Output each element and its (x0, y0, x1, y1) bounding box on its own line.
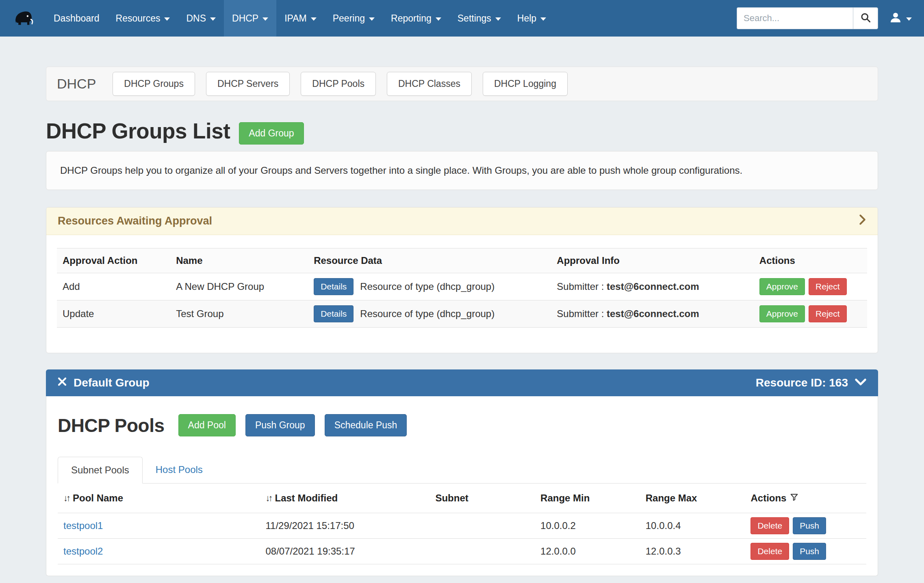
approve-button[interactable]: Approve (759, 278, 805, 295)
dhcp-groups-button[interactable]: DHCP Groups (113, 72, 195, 96)
subnet-cell (429, 539, 535, 564)
nav-label: Reporting (391, 13, 432, 24)
submitter-label: Submitter : (557, 308, 604, 319)
table-row: testpool1 11/29/2021 15:17:50 10.0.0.2 1… (58, 513, 866, 539)
chevron-down-icon[interactable] (855, 376, 867, 389)
search-button[interactable] (853, 7, 878, 29)
subnet-cell (429, 513, 535, 539)
approval-panel-header[interactable]: Resources Awaiting Approval (46, 207, 878, 235)
schedule-push-button[interactable]: Schedule Push (325, 414, 407, 436)
pool-actions-cell: Delete Push (745, 513, 866, 539)
pools-header-row: ↓↑ Pool Name ↓↑ Last Modified Subnet Ran… (58, 484, 866, 513)
resource-data-cell: Details Resource of type (dhcp_group) (308, 300, 551, 328)
main-nav: Dashboard Resources DNS DHCP IPAM Peerin… (46, 0, 554, 37)
page-title: DHCP Groups List (46, 119, 230, 143)
table-row: Add A New DHCP Group Details Resource of… (57, 273, 867, 300)
add-group-button[interactable]: Add Group (239, 122, 304, 145)
approval-panel-body: Approval Action Name Resource Data Appro… (46, 235, 878, 353)
default-group-panel: Default Group Resource ID: 163 DHCP Pool… (46, 369, 878, 576)
submitter-email: test@6connect.com (607, 281, 699, 292)
nav-item-dashboard[interactable]: Dashboard (46, 0, 108, 37)
last-modified-cell: 08/07/2021 19:35:17 (260, 539, 430, 564)
resource-data-text: Resource of type (dhcp_group) (360, 281, 495, 292)
nav-item-dns[interactable]: DNS (178, 0, 224, 37)
pool-actions-cell: Delete Push (745, 539, 866, 564)
add-pool-button[interactable]: Add Pool (178, 414, 236, 436)
main-content: DHCP DHCP Groups DHCP Servers DHCP Pools… (46, 67, 878, 576)
tab-subnet-pools[interactable]: Subnet Pools (58, 457, 143, 484)
sort-icon[interactable]: ↓↑ (266, 493, 271, 503)
pools-heading: DHCP Pools (58, 415, 165, 436)
range-min-cell: 10.0.0.2 (535, 513, 640, 539)
col-range-min: Range Min (535, 484, 640, 513)
dhcp-pools-button[interactable]: DHCP Pools (301, 72, 376, 96)
chevron-right-icon[interactable] (858, 214, 866, 228)
group-title: Default Group (74, 376, 150, 389)
resource-id-label: Resource ID: 163 (756, 376, 848, 389)
nav-item-peering[interactable]: Peering (325, 0, 383, 37)
resource-data-cell: Details Resource of type (dhcp_group) (308, 273, 551, 300)
approval-action-cell: Add (57, 273, 170, 300)
submitter-label: Submitter : (557, 281, 604, 292)
push-button[interactable]: Push (793, 543, 826, 560)
nav-label: Settings (458, 13, 491, 24)
col-subnet: Subnet (429, 484, 535, 513)
actions-cell: Approve Reject (754, 273, 867, 300)
dhcp-logging-button[interactable]: DHCP Logging (483, 72, 568, 96)
nav-label: DHCP (232, 13, 258, 24)
close-icon[interactable] (57, 376, 67, 389)
chevron-down-icon (540, 17, 546, 21)
approval-name-cell: A New DHCP Group (170, 273, 308, 300)
approve-button[interactable]: Approve (759, 305, 805, 322)
user-menu[interactable] (889, 11, 912, 26)
description-text: DHCP Groups help you to organize all of … (60, 165, 742, 176)
group-panel-header: Default Group Resource ID: 163 (46, 369, 878, 396)
approval-panel-title: Resources Awaiting Approval (58, 215, 212, 227)
delete-button[interactable]: Delete (750, 543, 789, 560)
nav-item-help[interactable]: Help (509, 0, 554, 37)
reject-button[interactable]: Reject (809, 278, 847, 295)
nav-item-settings[interactable]: Settings (449, 0, 509, 37)
resource-data-text: Resource of type (dhcp_group) (360, 308, 495, 320)
chevron-down-icon (311, 17, 317, 21)
col-resource-data: Resource Data (308, 248, 551, 273)
dhcp-servers-button[interactable]: DHCP Servers (206, 72, 290, 96)
reject-button[interactable]: Reject (809, 305, 847, 322)
nav-label: Resources (116, 13, 161, 24)
mammoth-logo-icon[interactable] (11, 6, 35, 30)
sort-icon[interactable]: ↓↑ (63, 493, 69, 503)
push-group-button[interactable]: Push Group (245, 414, 315, 436)
actions-cell: Approve Reject (754, 300, 867, 328)
submitter-email: test@6connect.com (607, 308, 699, 319)
tab-host-pools[interactable]: Host Pools (143, 457, 216, 483)
filter-icon[interactable] (790, 492, 798, 504)
details-button[interactable]: Details (314, 305, 354, 322)
approval-info-cell: Submitter : test@6connect.com (551, 273, 754, 300)
pool-name-cell: testpool2 (58, 539, 260, 564)
table-row: Update Test Group Details Resource of ty… (57, 300, 867, 328)
nav-item-dhcp[interactable]: DHCP (224, 0, 276, 37)
description-well: DHCP Groups help you to organize all of … (46, 151, 878, 190)
nav-item-reporting[interactable]: Reporting (383, 0, 449, 37)
chevron-down-icon (210, 17, 216, 21)
nav-item-resources[interactable]: Resources (108, 0, 178, 37)
search-input[interactable] (737, 7, 853, 29)
nav-item-ipam[interactable]: IPAM (276, 0, 325, 37)
pool-link[interactable]: testpool1 (63, 520, 103, 531)
dhcp-classes-button[interactable]: DHCP Classes (387, 72, 472, 96)
user-icon (889, 11, 902, 26)
table-row: testpool2 08/07/2021 19:35:17 12.0.0.0 1… (58, 539, 866, 564)
pools-table: ↓↑ Pool Name ↓↑ Last Modified Subnet Ran… (58, 484, 866, 564)
col-pool-actions: Actions (745, 484, 866, 513)
col-approval-action: Approval Action (57, 248, 170, 273)
details-button[interactable]: Details (314, 278, 354, 295)
delete-button[interactable]: Delete (750, 517, 789, 534)
dhcp-toolbar: DHCP DHCP Groups DHCP Servers DHCP Pools… (46, 67, 878, 101)
push-button[interactable]: Push (793, 517, 826, 534)
approval-info-cell: Submitter : test@6connect.com (551, 300, 754, 328)
search-group (737, 7, 878, 29)
range-min-cell: 12.0.0.0 (535, 539, 640, 564)
top-navbar: Dashboard Resources DNS DHCP IPAM Peerin… (0, 0, 924, 37)
navbar-right (737, 0, 912, 37)
pool-link[interactable]: testpool2 (63, 546, 103, 557)
